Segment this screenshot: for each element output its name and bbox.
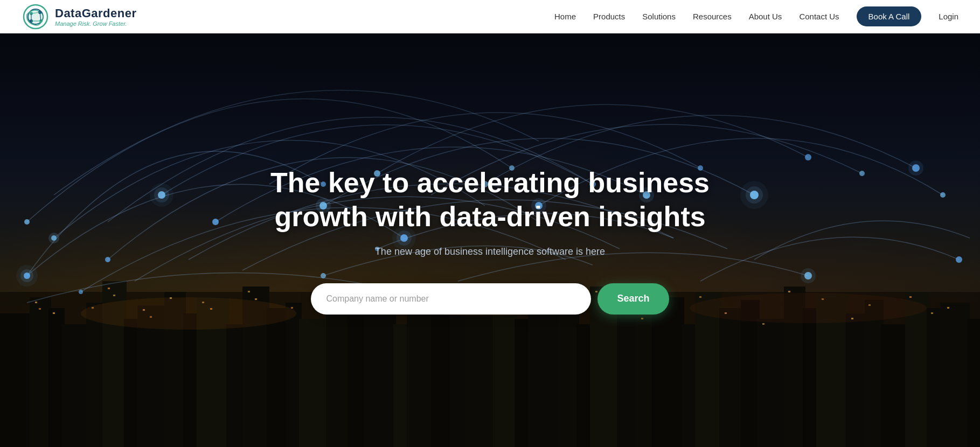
svg-point-133 — [956, 256, 962, 263]
logo-link[interactable]: DataGardener Manage Risk. Grow Faster. — [22, 4, 137, 30]
svg-rect-11 — [0, 313, 32, 447]
svg-rect-42 — [636, 313, 655, 447]
svg-rect-29 — [364, 297, 396, 447]
svg-rect-22 — [226, 324, 245, 447]
search-button[interactable]: Search — [597, 283, 669, 315]
hero-content: The key to accelerating business growth … — [248, 166, 733, 315]
nav-contact[interactable]: Contact Us — [799, 12, 839, 21]
svg-rect-93 — [909, 296, 912, 298]
svg-rect-35 — [493, 300, 517, 447]
nav-resources[interactable]: Resources — [693, 12, 732, 21]
svg-rect-64 — [113, 295, 115, 296]
svg-point-106 — [24, 219, 30, 225]
svg-rect-46 — [719, 308, 743, 447]
svg-rect-37 — [528, 295, 560, 447]
search-input[interactable] — [311, 283, 591, 315]
svg-rect-12 — [30, 297, 51, 447]
nav-about[interactable]: About Us — [749, 12, 782, 21]
svg-rect-41 — [617, 303, 638, 447]
svg-rect-38 — [558, 308, 579, 447]
svg-rect-14 — [62, 324, 89, 447]
nav-solutions[interactable]: Solutions — [642, 12, 676, 21]
svg-rect-32 — [431, 308, 453, 447]
svg-rect-60 — [39, 308, 41, 310]
svg-rect-48 — [757, 319, 787, 447]
svg-rect-89 — [788, 291, 790, 292]
svg-rect-57 — [940, 303, 970, 447]
svg-rect-63 — [108, 288, 110, 289]
hero-subtitle: The new age of business intelligence sof… — [259, 246, 722, 257]
svg-rect-61 — [53, 312, 55, 314]
svg-rect-54 — [881, 324, 908, 447]
svg-rect-15 — [86, 303, 105, 447]
svg-point-98 — [16, 265, 38, 287]
svg-rect-47 — [741, 300, 760, 447]
svg-point-101 — [105, 257, 110, 262]
hero-title: The key to accelerating business growth … — [259, 166, 722, 233]
svg-rect-95 — [947, 307, 949, 309]
nav-links: Home Products Solutions Resources About … — [554, 12, 958, 22]
svg-point-100 — [48, 233, 59, 243]
logo-icon — [22, 4, 50, 30]
svg-rect-27 — [326, 295, 350, 447]
svg-rect-53 — [865, 300, 884, 447]
svg-rect-88 — [762, 323, 764, 325]
login-link[interactable]: Login — [939, 12, 958, 21]
logo-tagline: Manage Risk. Grow Faster. — [55, 20, 137, 27]
hero-section: The key to accelerating business growth … — [0, 33, 980, 447]
svg-rect-28 — [347, 311, 366, 447]
svg-rect-52 — [846, 313, 867, 447]
svg-rect-94 — [931, 312, 933, 314]
svg-point-107 — [212, 219, 219, 225]
svg-point-105 — [79, 290, 83, 294]
book-call-button[interactable]: Book A Call — [857, 6, 922, 26]
svg-point-135 — [801, 268, 816, 283]
svg-rect-84 — [641, 318, 643, 319]
svg-rect-59 — [35, 302, 37, 303]
navbar: DataGardener Manage Risk. Grow Faster. H… — [0, 0, 980, 33]
logo-text: DataGardener Manage Risk. Grow Faster. — [55, 6, 137, 27]
nav-home[interactable]: Home — [554, 12, 576, 21]
nav-products[interactable]: Products — [593, 12, 625, 21]
svg-rect-43 — [652, 297, 684, 447]
logo-brand: DataGardener — [55, 6, 137, 20]
hero-search-container: Search — [259, 283, 722, 315]
svg-rect-26 — [299, 319, 329, 447]
svg-rect-34 — [466, 313, 496, 447]
svg-rect-24 — [267, 308, 288, 447]
svg-rect-58 — [967, 319, 980, 447]
